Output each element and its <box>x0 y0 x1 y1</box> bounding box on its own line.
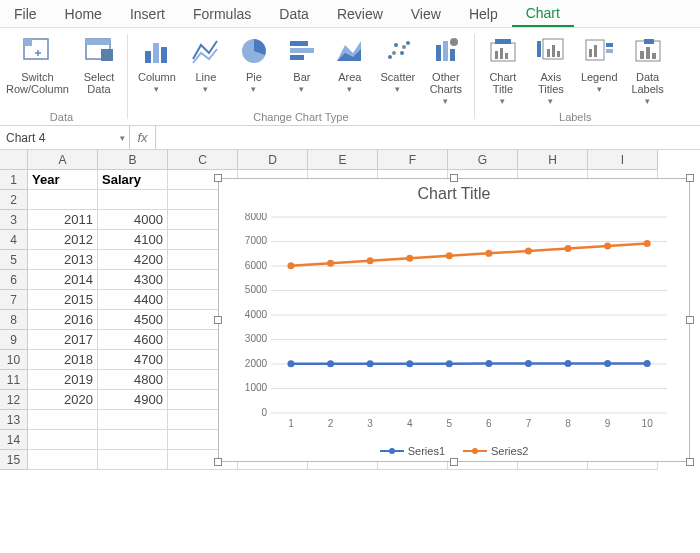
cell[interactable] <box>28 430 98 450</box>
cell[interactable]: 4500 <box>98 310 168 330</box>
name-box[interactable]: Chart 4 ▾ <box>0 126 130 149</box>
legend-item[interactable]: Series2 <box>463 445 528 457</box>
resize-handle[interactable] <box>450 458 458 466</box>
formula-input[interactable] <box>156 126 700 149</box>
cell[interactable] <box>98 450 168 470</box>
column-chart-button[interactable]: Column ▾ <box>132 32 182 96</box>
scatter-chart-button[interactable]: Scatter ▾ <box>374 32 422 96</box>
row-header[interactable]: 6 <box>0 270 28 290</box>
pie-chart-button[interactable]: Pie ▾ <box>230 32 278 96</box>
chevron-down-icon[interactable]: ▾ <box>120 133 125 143</box>
row-header[interactable]: 15 <box>0 450 28 470</box>
cell[interactable]: Year <box>28 170 98 190</box>
cell[interactable]: 4100 <box>98 230 168 250</box>
cell[interactable]: 4900 <box>98 390 168 410</box>
chart-plot-area[interactable]: 0100020003000400050006000700080001234567… <box>233 213 675 433</box>
chart-title-button[interactable]: ChartTitle ▾ <box>479 32 527 108</box>
menu-review[interactable]: Review <box>323 0 397 27</box>
cell[interactable]: 2020 <box>28 390 98 410</box>
menu-formulas[interactable]: Formulas <box>179 0 265 27</box>
cell[interactable] <box>28 190 98 210</box>
menu-insert[interactable]: Insert <box>116 0 179 27</box>
menu-view[interactable]: View <box>397 0 455 27</box>
legend-button[interactable]: Legend ▾ <box>575 32 624 96</box>
cell[interactable]: 2012 <box>28 230 98 250</box>
cell[interactable] <box>98 430 168 450</box>
row-header[interactable]: 14 <box>0 430 28 450</box>
chevron-down-icon: ▾ <box>548 96 553 106</box>
cell[interactable]: 2018 <box>28 350 98 370</box>
resize-handle[interactable] <box>214 174 222 182</box>
resize-handle[interactable] <box>686 316 694 324</box>
svg-rect-20 <box>436 45 441 61</box>
select-all-corner[interactable] <box>0 150 28 170</box>
menu-help[interactable]: Help <box>455 0 512 27</box>
data-labels-button[interactable]: DataLabels ▾ <box>624 32 672 108</box>
svg-text:8000: 8000 <box>245 213 268 222</box>
row-header[interactable]: 9 <box>0 330 28 350</box>
cell[interactable] <box>28 450 98 470</box>
row-header[interactable]: 13 <box>0 410 28 430</box>
cell[interactable]: 2017 <box>28 330 98 350</box>
row-header[interactable]: 11 <box>0 370 28 390</box>
area-chart-button[interactable]: Area ▾ <box>326 32 374 96</box>
cell[interactable]: 2011 <box>28 210 98 230</box>
cell[interactable]: 4700 <box>98 350 168 370</box>
cell[interactable]: 2016 <box>28 310 98 330</box>
cell[interactable] <box>28 410 98 430</box>
column-header[interactable]: C <box>168 150 238 170</box>
svg-text:3000: 3000 <box>245 334 268 345</box>
line-chart-button[interactable]: Line ▾ <box>182 32 230 96</box>
menu-chart[interactable]: Chart <box>512 0 574 27</box>
column-header[interactable]: H <box>518 150 588 170</box>
row-header[interactable]: 3 <box>0 210 28 230</box>
chart-title[interactable]: Chart Title <box>219 179 689 203</box>
resize-handle[interactable] <box>686 458 694 466</box>
row-header[interactable]: 1 <box>0 170 28 190</box>
row-header[interactable]: 4 <box>0 230 28 250</box>
row-header[interactable]: 10 <box>0 350 28 370</box>
cell[interactable]: 2014 <box>28 270 98 290</box>
axis-titles-button[interactable]: AxisTitles ▾ <box>527 32 575 108</box>
menu-home[interactable]: Home <box>51 0 116 27</box>
cell[interactable] <box>98 190 168 210</box>
cell[interactable]: 4000 <box>98 210 168 230</box>
switch-row-column-button[interactable]: SwitchRow/Column <box>0 32 75 97</box>
cell[interactable]: Salary <box>98 170 168 190</box>
resize-handle[interactable] <box>214 316 222 324</box>
resize-handle[interactable] <box>214 458 222 466</box>
cell[interactable]: 4200 <box>98 250 168 270</box>
cell[interactable]: 4800 <box>98 370 168 390</box>
column-header[interactable]: D <box>238 150 308 170</box>
resize-handle[interactable] <box>450 174 458 182</box>
row-header[interactable]: 7 <box>0 290 28 310</box>
column-header[interactable]: E <box>308 150 378 170</box>
row-header[interactable]: 8 <box>0 310 28 330</box>
cell[interactable]: 2015 <box>28 290 98 310</box>
cell[interactable] <box>98 410 168 430</box>
cell[interactable]: 2013 <box>28 250 98 270</box>
column-header[interactable]: B <box>98 150 168 170</box>
cell[interactable]: 4600 <box>98 330 168 350</box>
cell[interactable]: 2019 <box>28 370 98 390</box>
fx-label[interactable]: fx <box>130 126 156 149</box>
column-header[interactable]: I <box>588 150 658 170</box>
chart-legend[interactable]: Series1 Series2 <box>219 445 689 457</box>
menu-data[interactable]: Data <box>265 0 323 27</box>
row-header[interactable]: 12 <box>0 390 28 410</box>
column-header[interactable]: A <box>28 150 98 170</box>
svg-point-81 <box>644 360 651 367</box>
resize-handle[interactable] <box>686 174 694 182</box>
legend-item[interactable]: Series1 <box>380 445 445 457</box>
cell[interactable]: 4300 <box>98 270 168 290</box>
bar-chart-button[interactable]: Bar ▾ <box>278 32 326 96</box>
other-charts-button[interactable]: OtherCharts ▾ <box>422 32 470 108</box>
column-header[interactable]: F <box>378 150 448 170</box>
row-header[interactable]: 5 <box>0 250 28 270</box>
column-header[interactable]: G <box>448 150 518 170</box>
menu-file[interactable]: File <box>0 0 51 27</box>
cell[interactable]: 4400 <box>98 290 168 310</box>
row-header[interactable]: 2 <box>0 190 28 210</box>
select-data-button[interactable]: SelectData <box>75 32 123 97</box>
embedded-chart[interactable]: Chart Title 0100020003000400050006000700… <box>218 178 690 462</box>
